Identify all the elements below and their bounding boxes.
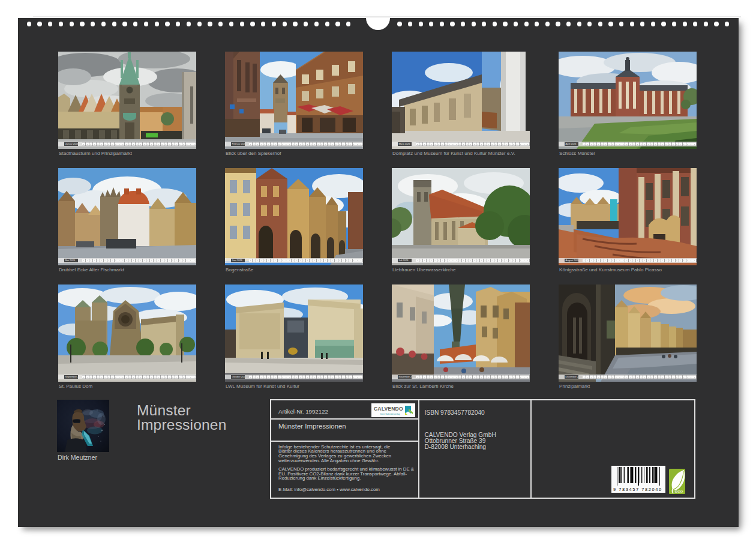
- svg-text:Dein Kalenderverlag: Dein Kalenderverlag: [380, 412, 400, 415]
- svg-text:CALVENDO: CALVENDO: [374, 406, 403, 412]
- svg-text:eco: eco: [675, 489, 683, 494]
